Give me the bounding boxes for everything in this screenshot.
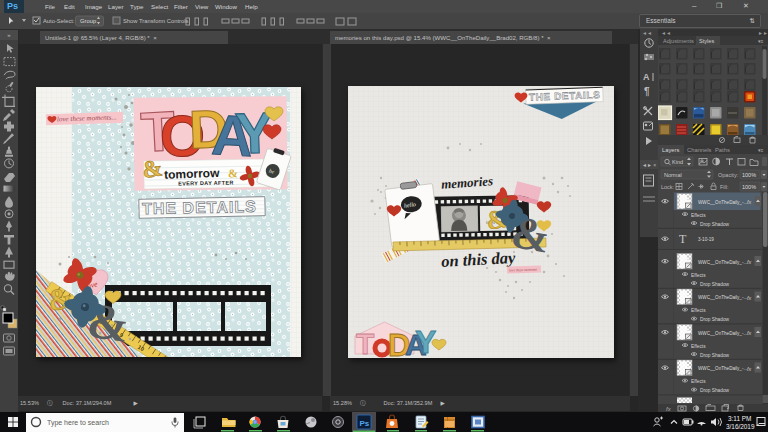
svg-text:Drop Shadow: Drop Shadow (700, 388, 730, 393)
svg-text:T: T (356, 327, 374, 358)
svg-text:100%: 100% (742, 172, 756, 178)
svg-text:WWC__OnTheDaily_-...: WWC__OnTheDaily_-... (698, 331, 747, 336)
svg-text:fx: fx (747, 366, 752, 372)
svg-text:Ps: Ps (360, 419, 370, 428)
svg-text:Normal: Normal (664, 172, 682, 178)
svg-text:Drop Shadow: Drop Shadow (700, 222, 730, 227)
svg-text:Drop Shadow: Drop Shadow (700, 282, 730, 287)
svg-text:Drop Shadow: Drop Shadow (700, 317, 730, 322)
svg-text:on this day: on this day (441, 248, 517, 271)
svg-text:Effects: Effects (691, 379, 706, 384)
svg-text:fx: fx (747, 295, 752, 301)
svg-text:Paths: Paths (715, 147, 730, 153)
svg-text:EVERY DAY AFTER: EVERY DAY AFTER (178, 180, 234, 187)
svg-text:◄◄: ◄◄ (642, 30, 652, 36)
svg-text:fx: fx (747, 259, 752, 265)
svg-text:¶: ¶ (644, 86, 650, 97)
svg-text:Effects: Effects (691, 213, 706, 218)
svg-text:▾≡: ▾≡ (758, 147, 764, 153)
svg-text:WWC__OnTheDaily_-...: WWC__OnTheDaily_-... (698, 366, 747, 371)
svg-text:WWC__OnTheDaily_-...: WWC__OnTheDaily_-... (698, 295, 747, 300)
svg-text:Fill:: Fill: (720, 184, 729, 190)
svg-text:fx: fx (747, 199, 752, 205)
svg-text:▾≡: ▾≡ (758, 38, 764, 44)
svg-text:Opacity:: Opacity: (718, 172, 739, 178)
svg-text:Styles: Styles (699, 38, 714, 44)
svg-text:Effects: Effects (691, 344, 706, 349)
svg-text:Channels: Channels (687, 147, 712, 153)
svg-text:Effects: Effects (691, 273, 706, 278)
svg-text:◄► ×: ◄► × (642, 162, 656, 168)
svg-text:Drop Shadow: Drop Shadow (700, 353, 730, 358)
svg-text:Adjustments: Adjustments (663, 38, 694, 44)
svg-text:►►: ►► (758, 30, 768, 36)
svg-text:&: & (141, 154, 164, 183)
svg-text:T: T (679, 232, 687, 246)
svg-text:&: & (228, 166, 238, 180)
svg-text:Lock:: Lock: (661, 184, 675, 190)
svg-text:3:11 PM: 3:11 PM (728, 415, 751, 422)
svg-text:fx: fx (747, 330, 752, 336)
svg-text:WWC__OnTheDaily_-...: WWC__OnTheDaily_-... (698, 260, 747, 265)
svg-text:100%: 100% (742, 184, 756, 190)
svg-text:Kind: Kind (672, 159, 683, 165)
svg-text:THE DETAILS: THE DETAILS (142, 198, 257, 217)
svg-text:Layers: Layers (662, 147, 680, 153)
svg-text:3-10-19: 3-10-19 (698, 237, 714, 242)
svg-text:WWC__OnTheDaily_-...: WWC__OnTheDaily_-... (698, 200, 747, 205)
svg-text:3/16/2019: 3/16/2019 (726, 423, 755, 430)
svg-text:◄◄: ◄◄ (661, 30, 671, 36)
svg-text:A: A (643, 72, 650, 82)
svg-text:Effects: Effects (691, 308, 706, 313)
